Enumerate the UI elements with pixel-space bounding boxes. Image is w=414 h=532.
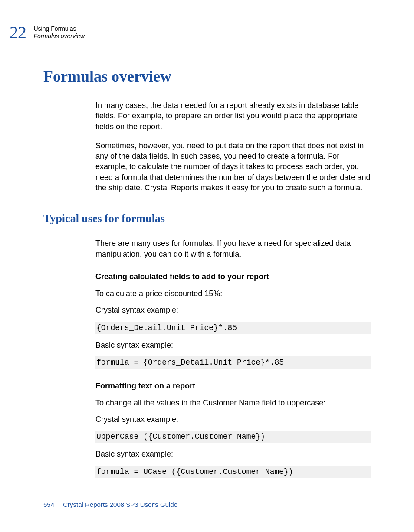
subsection-title: Typical uses for formulas (43, 212, 371, 225)
chapter-number: 22 (10, 24, 26, 41)
code-block: formula = UCase ({Customer.Customer Name… (95, 466, 371, 478)
code-label: Basic syntax example: (95, 340, 371, 350)
paragraph: In many cases, the data needed for a rep… (95, 100, 371, 132)
paragraph: Sometimes, however, you need to put data… (95, 140, 371, 193)
code-label: Basic syntax example: (95, 449, 371, 459)
code-label: Crystal syntax example: (95, 305, 371, 315)
header-line1: Using Formulas (34, 25, 85, 33)
page-header: 22 Using Formulas Formulas overview (10, 24, 371, 41)
section-title: Formulas overview (43, 67, 371, 85)
header-line2: Formulas overview (34, 33, 85, 40)
code-block: {Orders_Detail.Unit Price}*.85 (95, 322, 371, 334)
body-column: In many cases, the data needed for a rep… (95, 100, 371, 193)
code-label: Crystal syntax example: (95, 414, 371, 424)
doc-title: Crystal Reports 2008 SP3 User's Guide (63, 501, 177, 508)
page-footer: 554 Crystal Reports 2008 SP3 User's Guid… (43, 501, 177, 508)
paragraph: There are many uses for formulas. If you… (95, 238, 371, 259)
header-divider (30, 25, 30, 40)
paragraph: To change all the values in the Customer… (95, 398, 371, 408)
block-heading: Creating calculated fields to add to you… (95, 272, 371, 281)
page-number: 554 (43, 501, 54, 508)
code-block: formula = {Orders_Detail.Unit Price}*.85 (95, 356, 371, 369)
paragraph: To calculate a price discounted 15%: (95, 288, 371, 299)
body-column: There are many uses for formulas. If you… (95, 238, 371, 477)
code-block: UpperCase ({Customer.Customer Name}) (95, 431, 371, 443)
block-heading: Formatting text on a report (95, 382, 371, 391)
header-text: Using Formulas Formulas overview (34, 25, 85, 40)
